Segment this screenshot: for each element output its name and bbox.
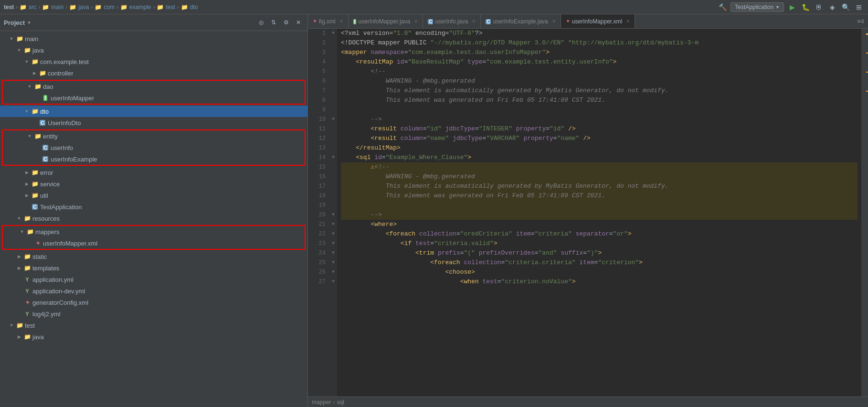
tree-item-TestApplication[interactable]: C TestApplication	[0, 201, 307, 213]
folder-icon-dao: 📁	[33, 83, 42, 90]
close-tab-userInfoMapper[interactable]: ✕	[414, 19, 418, 24]
tree-item-templates[interactable]: ▶ 📁 templates	[0, 262, 307, 274]
folder-icon-java: 📁	[23, 46, 32, 54]
locate-icon[interactable]: ◎	[256, 17, 266, 28]
code-line-18: This element was generated on Fri Feb 05…	[341, 191, 857, 201]
tab-overflow[interactable]: ≡4	[853, 18, 868, 25]
tree-item-application-dev-yml[interactable]: Y application-dev.yml	[0, 285, 307, 297]
code-line-11: <result column="id" jdbcType="INTEGER" p…	[341, 124, 857, 134]
fold-27[interactable]: ▼	[329, 277, 337, 287]
close-tab-xml[interactable]: ✕	[626, 19, 630, 24]
fold-10[interactable]: ▼	[329, 115, 337, 124]
code-line-21: <where>	[341, 220, 857, 229]
bottom-bar: mapper › sql	[308, 396, 868, 407]
scroll-mark-4	[866, 91, 868, 92]
profile-icon[interactable]: ◈	[827, 2, 837, 12]
spacer-log4j	[15, 310, 23, 318]
code-line-10: -->	[341, 115, 857, 124]
tab-label-fig: fig.xml	[319, 18, 336, 25]
folder-icon-templates: 📁	[23, 264, 32, 272]
fold-25[interactable]: ▼	[329, 258, 337, 268]
tab-fig[interactable]: ✦ fig.xml ✕	[308, 14, 349, 28]
spacer-UserInfoDto	[31, 119, 38, 127]
tree-item-resources[interactable]: ▼ 📁 resources	[0, 213, 307, 224]
tree-item-userInfoMapper-xml[interactable]: ✦ userInfoMapper.xml	[3, 237, 305, 249]
tree-item-generatorConfig[interactable]: ✦ generatorConfig.xml	[0, 297, 307, 308]
coverage-icon[interactable]: ⛨	[814, 2, 824, 12]
folder-icon-mappers: 📁	[26, 228, 34, 236]
run-config[interactable]: TestApplication ▼	[730, 2, 784, 12]
tree-item-java-test[interactable]: ▶ 📁 java	[0, 331, 307, 343]
tab-userInfoMapper-xml[interactable]: ✦ userInfoMapper.xml ✕	[561, 14, 635, 28]
label-java: java	[32, 47, 44, 54]
tree-item-mappers[interactable]: ▼ 📁 mappers	[3, 226, 305, 237]
code-line-14: <sql id="Example_Where_Clause">	[341, 153, 857, 162]
tree-item-test[interactable]: ▼ 📁 test	[0, 320, 307, 331]
layout-icon[interactable]: ⊞	[854, 2, 864, 12]
tree-item-entity[interactable]: ▼ 📁 entity	[3, 130, 305, 142]
debug-icon[interactable]: 🐛	[800, 2, 811, 12]
tree-item-userInfoMapper[interactable]: I userInfoMapper	[3, 92, 305, 104]
xml-icon-gen: ✦	[23, 299, 32, 306]
fold-24[interactable]: ▼	[329, 248, 337, 258]
code-line-5: <!--	[341, 67, 857, 76]
fold-20[interactable]: ▼	[329, 210, 337, 220]
code-line-17: This element is automatically generated …	[341, 182, 857, 191]
folder-icon-com: 📁	[95, 4, 102, 11]
tree-item-dto[interactable]: ▼ 📁 dto	[0, 106, 307, 117]
tree-item-error[interactable]: ▶ 📁 error	[0, 167, 307, 178]
tree-item-service[interactable]: ▶ 📁 service	[0, 178, 307, 190]
bottom-breadcrumb: mapper › sql	[312, 399, 344, 406]
fold-22[interactable]: ▼	[329, 229, 337, 239]
close-tab-fig[interactable]: ✕	[339, 19, 343, 24]
editor: ✦ fig.xml ✕ I userInfoMapper.java ✕ C us…	[308, 14, 868, 407]
fold-23[interactable]: ▼	[329, 239, 337, 248]
tree-item-util[interactable]: ▶ 📁 util	[0, 190, 307, 201]
tree-item-application-yml[interactable]: Y application.yml	[0, 274, 307, 285]
tab-userInfoExample-java[interactable]: C userInfoExample.java ✕	[481, 14, 561, 28]
tree-item-dao[interactable]: ▼ 📁 dao	[3, 81, 305, 92]
close-tab-userInfoExample[interactable]: ✕	[552, 19, 556, 24]
fold-gutter: ▼ ▼ ▼ ▼ ▼ ▼	[329, 29, 337, 396]
tree-item-static[interactable]: ▶ 📁 static	[0, 251, 307, 262]
tree-item-log4j2-yml[interactable]: Y log4j2.yml	[0, 308, 307, 320]
arrow-service: ▶	[23, 180, 31, 188]
spacer-xml	[26, 239, 33, 247]
fold-14[interactable]: ▼	[329, 153, 337, 162]
close-sidebar-icon[interactable]: ✕	[293, 17, 304, 28]
tree-item-java[interactable]: ▼ 📁 java	[0, 44, 307, 56]
folder-icon-com: 📁	[31, 58, 39, 65]
tree-item-userInfoExample[interactable]: C userInfoExample	[3, 153, 305, 165]
fold-21[interactable]: ▼	[329, 220, 337, 229]
label-TestApplication: TestApplication	[40, 204, 82, 211]
tab-label-userInfoMapper: userInfoMapper.java	[358, 18, 410, 25]
folder-icon-dto: 📁	[31, 107, 39, 115]
code-line-16: WARNING - @mbg.generated	[341, 172, 857, 182]
breadcrumb-sep-1: ›	[333, 399, 335, 406]
arrow-templates: ▶	[15, 264, 23, 272]
folder-icon-test: 📁	[157, 4, 164, 11]
tree-item-com[interactable]: ▼ 📁 com.example.test	[0, 56, 307, 67]
line-numbers: 12345 678910 1112131415 1617181920 21222…	[308, 29, 329, 396]
collapse-icon[interactable]: ⇅	[268, 17, 279, 28]
tab-userInfoMapper-java[interactable]: I userInfoMapper.java ✕	[349, 14, 423, 28]
fold-4[interactable]: ▼	[329, 29, 337, 38]
chevron-down-icon: ▼	[27, 20, 32, 25]
fold-26[interactable]: ▼	[329, 268, 337, 277]
code-line-19	[341, 201, 857, 210]
close-tab-userInfo[interactable]: ✕	[472, 19, 476, 24]
code-line-15: ⚠<!--	[341, 162, 857, 172]
search-icon[interactable]: 🔍	[840, 2, 851, 12]
settings-icon[interactable]: ⚙	[281, 17, 291, 28]
run-icon[interactable]: ▶	[787, 2, 797, 12]
tree-item-controller[interactable]: ▶ 📁 controller	[0, 67, 307, 79]
tree-item-main[interactable]: ▼ 📁 main	[0, 33, 307, 44]
tree-item-UserInfoDto[interactable]: C UserInfoDto	[0, 117, 307, 129]
tree-item-userInfo[interactable]: C userInfo	[3, 142, 305, 153]
tab-userInfo-java[interactable]: C userInfo.java ✕	[423, 14, 481, 28]
code-content[interactable]: <?xml version="1.0" encoding="UTF-8"?> <…	[337, 29, 861, 396]
java-c-icon-userInfo: C	[41, 144, 50, 151]
spacer-dev-yml	[15, 287, 23, 295]
hammer-icon[interactable]: 🔨	[717, 2, 728, 12]
label-service: service	[40, 181, 60, 188]
